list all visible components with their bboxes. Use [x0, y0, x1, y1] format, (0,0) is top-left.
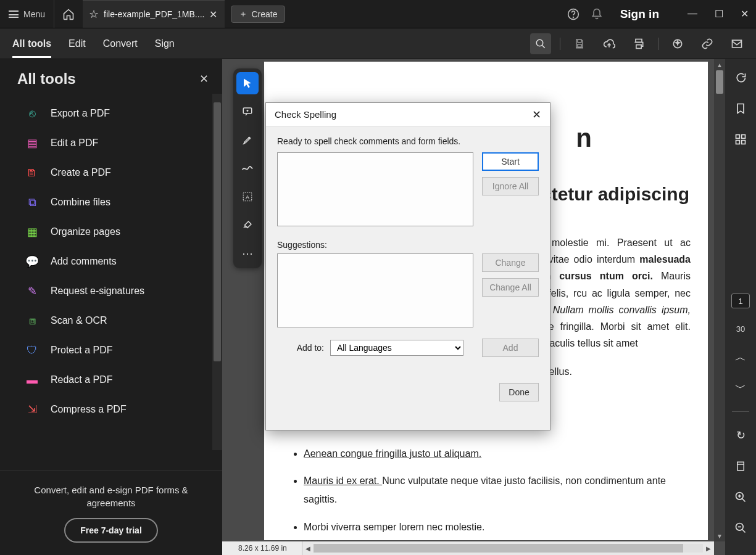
- select-tool[interactable]: [236, 72, 259, 94]
- bookmarks-icon[interactable]: [733, 101, 748, 116]
- change-button[interactable]: Change: [482, 253, 539, 272]
- done-button[interactable]: Done: [499, 383, 539, 401]
- horizontal-scrollbar[interactable]: ◀ ▶: [302, 541, 714, 555]
- sidebar-scrollbar[interactable]: [212, 94, 222, 450]
- addto-select[interactable]: All Languages: [330, 340, 463, 356]
- help-icon[interactable]: [567, 8, 579, 20]
- svg-rect-11: [736, 135, 740, 139]
- trial-button[interactable]: Free 7-day trial: [64, 518, 158, 543]
- vertical-scrollbar[interactable]: ▲ ▼: [714, 59, 725, 541]
- sidebar-scrollthumb[interactable]: [214, 102, 221, 361]
- scroll-down-icon[interactable]: ▼: [714, 530, 725, 541]
- tool-request-esign[interactable]: ✎Request e-signatures: [0, 276, 222, 306]
- comment-tool[interactable]: [236, 101, 259, 123]
- sidebar-footer: Convert, edit and e-sign PDF forms & agr…: [0, 471, 222, 555]
- scroll-thumb[interactable]: [716, 70, 723, 94]
- thumbnails-icon[interactable]: [733, 132, 748, 147]
- change-all-button[interactable]: Change All: [482, 278, 539, 297]
- hscroll-left-icon[interactable]: ◀: [302, 545, 314, 552]
- ai-assistant-icon[interactable]: [667, 33, 688, 54]
- bell-icon[interactable]: [591, 8, 603, 20]
- rotate-icon[interactable]: ↻: [733, 428, 748, 443]
- start-button[interactable]: Start: [482, 152, 539, 171]
- textselect-tool[interactable]: A: [236, 186, 259, 208]
- zoom-in-icon[interactable]: [733, 490, 748, 504]
- scroll-up-icon[interactable]: ▲: [714, 59, 725, 70]
- list-item: Mauris id ex erat. Nunc vulputate neque …: [304, 472, 691, 509]
- link-icon[interactable]: [697, 33, 718, 54]
- compress-icon: ⇲: [25, 402, 39, 417]
- dialog-hint: Ready to spell check comments and form f…: [277, 136, 539, 146]
- tool-combine-files[interactable]: ⧉Combine files: [0, 187, 222, 217]
- add-button[interactable]: Add: [482, 339, 539, 357]
- content: All tools ✕ ⎋Export a PDF ▤Edit a PDF 🗎C…: [0, 59, 756, 555]
- footer-text: Convert, edit and e-sign PDF forms & agr…: [12, 483, 210, 509]
- svg-rect-5: [636, 44, 641, 48]
- hscroll-right-icon[interactable]: ▶: [703, 545, 714, 552]
- menu-button[interactable]: Menu: [0, 0, 54, 28]
- dialog-close-icon[interactable]: ✕: [532, 108, 541, 121]
- signin-button[interactable]: Sign in: [620, 7, 659, 21]
- page-number-input[interactable]: 1: [731, 294, 750, 308]
- export-icon: ⎋: [25, 106, 39, 121]
- star-icon: ☆: [89, 7, 99, 21]
- toolbar-icons: [530, 33, 756, 54]
- tab-edit[interactable]: Edit: [69, 31, 86, 57]
- tool-create-pdf[interactable]: 🗎Create a PDF: [0, 158, 222, 187]
- highlight-tool[interactable]: [236, 129, 259, 151]
- search-icon[interactable]: [530, 33, 551, 54]
- document-area: n ctetur adipiscing ngue molestie mi. Pr…: [222, 59, 725, 555]
- tool-export-pdf[interactable]: ⎋Export a PDF: [0, 99, 222, 128]
- tool-edit-pdf[interactable]: ▤Edit a PDF: [0, 128, 222, 158]
- print-icon[interactable]: [628, 33, 649, 54]
- svg-rect-15: [737, 462, 744, 471]
- ignore-all-button[interactable]: Ignore All: [482, 177, 539, 195]
- svg-rect-3: [578, 44, 581, 47]
- tab-close-icon[interactable]: ✕: [209, 9, 217, 20]
- plus-icon: ＋: [239, 9, 247, 20]
- tab-all-tools[interactable]: All tools: [12, 31, 51, 57]
- tool-organize-pages[interactable]: ▦Organize pages: [0, 217, 222, 247]
- home-button[interactable]: [54, 8, 83, 20]
- tab-sign[interactable]: Sign: [155, 31, 175, 57]
- tool-protect-pdf[interactable]: 🛡Protect a PDF: [0, 335, 222, 365]
- page-view-icon[interactable]: [733, 459, 748, 474]
- suggestions-label: Suggestions:: [277, 240, 539, 250]
- close-window-button[interactable]: ✕: [741, 8, 749, 20]
- sidebar-title: All tools: [17, 70, 76, 88]
- titlebar: Menu ☆ file-example_PDF_1MB.... ✕ ＋ Crea…: [0, 0, 756, 28]
- list-item: Morbi viverra semper lorem nec molestie.: [304, 518, 691, 536]
- page-up-icon[interactable]: ︿: [733, 350, 748, 364]
- comments-icon: 💬: [25, 254, 39, 269]
- suggestions-list[interactable]: [277, 253, 473, 327]
- dialog-title: Check Spelling: [275, 109, 336, 120]
- cloud-upload-icon[interactable]: [599, 33, 620, 54]
- zoom-out-icon[interactable]: [733, 520, 748, 535]
- save-icon[interactable]: [569, 33, 590, 54]
- create-pdf-icon: 🗎: [25, 165, 39, 180]
- page-total: 30: [736, 324, 745, 334]
- create-button[interactable]: ＋ Create: [231, 6, 285, 23]
- tool-redact-pdf[interactable]: ▬Redact a PDF: [0, 365, 222, 395]
- home-icon: [62, 8, 75, 20]
- sidebar-close-icon[interactable]: ✕: [199, 72, 209, 86]
- list-item: Aenean congue fringilla justo ut aliquam…: [304, 445, 691, 463]
- page-down-icon[interactable]: ﹀: [733, 380, 748, 395]
- minimize-button[interactable]: —: [687, 8, 697, 20]
- tool-scan-ocr[interactable]: ⧈Scan & OCR: [0, 306, 222, 335]
- tab-convert[interactable]: Convert: [103, 31, 138, 57]
- right-rail: 1 30 ︿ ﹀ ↻: [725, 59, 756, 555]
- hscroll-thumb[interactable]: [314, 544, 683, 553]
- more-tools[interactable]: ⋯: [236, 242, 259, 265]
- mail-icon[interactable]: [726, 33, 747, 54]
- document-tab[interactable]: ☆ file-example_PDF_1MB.... ✕: [83, 0, 225, 28]
- sidebar-header: All tools ✕: [0, 59, 222, 94]
- titlebar-right: Sign in — ☐ ✕: [567, 7, 756, 21]
- word-input[interactable]: [277, 152, 473, 226]
- sign-tool[interactable]: [236, 214, 259, 236]
- maximize-button[interactable]: ☐: [715, 8, 723, 20]
- tool-compress-pdf[interactable]: ⇲Compress a PDF: [0, 395, 222, 424]
- tool-add-comments[interactable]: 💬Add comments: [0, 247, 222, 276]
- comments-panel-icon[interactable]: [733, 70, 748, 85]
- draw-tool[interactable]: [236, 157, 259, 179]
